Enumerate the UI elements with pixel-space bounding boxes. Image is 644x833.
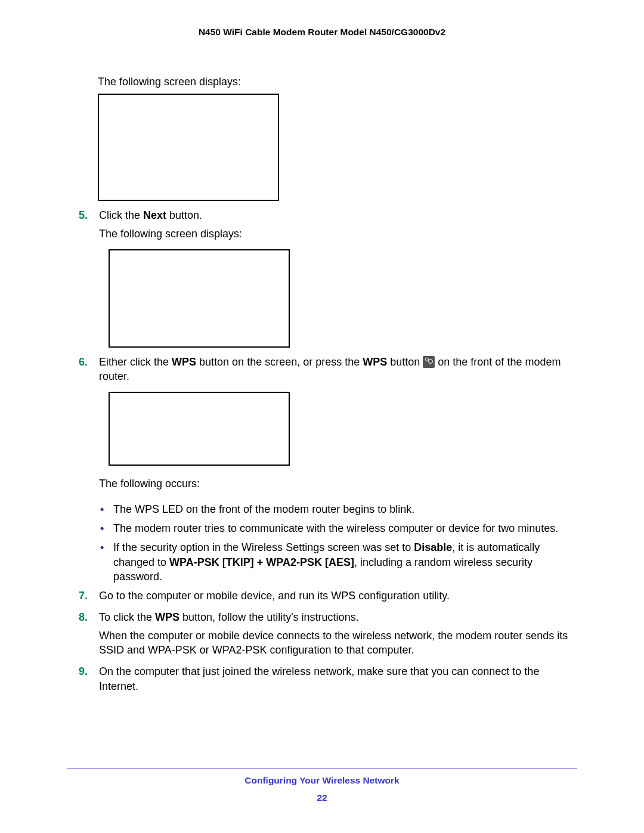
- step-6: 6. Either click the WPS button on the sc…: [67, 355, 577, 388]
- screenshot-placeholder: [98, 94, 279, 201]
- screenshot-placeholder: [109, 392, 290, 466]
- step-body: To click the WPS button, follow the util…: [99, 610, 577, 661]
- page-footer: Configuring Your Wireless Network 22: [67, 768, 577, 804]
- step-number: 6.: [67, 355, 99, 388]
- bold-text: Next: [143, 209, 166, 221]
- bullet-list: •The WPS LED on the front of the modem r…: [99, 502, 577, 584]
- bold-text: WPS: [155, 611, 179, 623]
- step-body: On the computer that just joined the wir…: [99, 664, 577, 697]
- text: button: [387, 356, 423, 368]
- bold-text: WPS: [363, 356, 387, 368]
- wps-icon: [423, 356, 435, 368]
- step-9: 9. On the computer that just joined the …: [67, 664, 577, 697]
- step-8: 8. To click the WPS button, follow the u…: [67, 610, 577, 661]
- text: The WPS LED on the front of the modem ro…: [113, 503, 414, 515]
- bullet-icon: •: [100, 540, 104, 555]
- step-5: 5. Click the Next button. The following …: [67, 208, 577, 244]
- bullet-icon: •: [100, 521, 104, 535]
- step-number: 7.: [67, 589, 99, 606]
- bold-text: WPA-PSK [TKIP] + WPA2-PSK [AES]: [169, 556, 354, 568]
- text: Go to the computer or mobile device, and…: [99, 589, 577, 603]
- bold-text: Disable: [414, 541, 452, 553]
- header-title: N450 WiFi Cable Modem Router Model N450/…: [67, 26, 577, 39]
- footer-section-title: Configuring Your Wireless Network: [67, 775, 577, 787]
- text: If the security option in the Wireless S…: [113, 541, 414, 553]
- screenshot-placeholder: [109, 249, 290, 348]
- text: The modem router tries to communicate wi…: [113, 522, 558, 534]
- text: button on the screen, or press the: [196, 356, 363, 368]
- step-7: 7. Go to the computer or mobile device, …: [67, 589, 577, 606]
- text: button.: [166, 209, 202, 221]
- text: To click the: [99, 611, 155, 623]
- text: Either click the: [99, 356, 172, 368]
- step-body: Click the Next button. The following scr…: [99, 208, 577, 244]
- step-body: Go to the computer or mobile device, and…: [99, 589, 577, 606]
- document-page: N450 WiFi Cable Modem Router Model N450/…: [0, 0, 644, 833]
- bullet-icon: •: [100, 502, 104, 516]
- text: On the computer that just joined the wir…: [99, 664, 577, 693]
- intro-text: The following screen displays:: [98, 75, 577, 89]
- list-item: • If the security option in the Wireless…: [99, 540, 577, 584]
- bold-text: WPS: [172, 356, 196, 368]
- list-item: •The modem router tries to communicate w…: [99, 521, 577, 535]
- text: The following occurs:: [99, 476, 577, 491]
- list-item: •The WPS LED on the front of the modem r…: [99, 502, 577, 516]
- text: When the computer or mobile device conne…: [99, 628, 577, 658]
- step-follow: The following occurs: •The WPS LED on th…: [99, 476, 577, 584]
- text: The following screen displays:: [99, 227, 577, 241]
- step-number: 8.: [67, 610, 99, 661]
- footer-rule: [67, 768, 577, 769]
- step-number: 5.: [67, 208, 99, 244]
- footer-page-number: 22: [67, 792, 577, 804]
- text: Click the: [99, 209, 143, 221]
- step-number: 9.: [67, 664, 99, 697]
- step-body: Either click the WPS button on the scree…: [99, 355, 577, 388]
- text: button, follow the utility's instruction…: [179, 611, 359, 623]
